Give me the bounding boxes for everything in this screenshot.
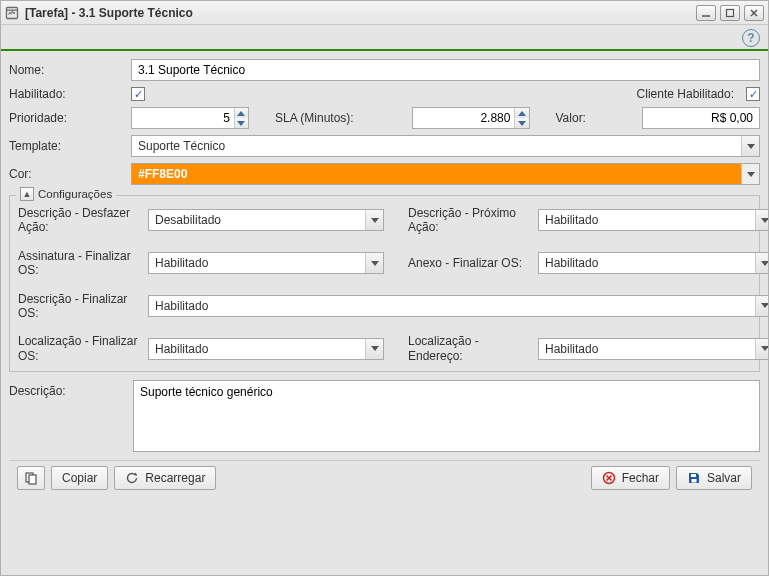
fieldset-legend: ▲ Configurações — [16, 187, 116, 201]
cor-value: #FF8E00 — [132, 165, 741, 183]
save-icon — [687, 471, 701, 485]
label-template: Template: — [9, 139, 125, 153]
label-valor: Valor: — [556, 111, 596, 125]
cor-combo[interactable]: #FF8E00 — [131, 163, 760, 185]
proximo-combo[interactable]: Habilitado — [538, 209, 768, 231]
chevron-down-icon[interactable] — [365, 210, 383, 230]
chevron-down-icon[interactable] — [365, 253, 383, 273]
valor-input[interactable] — [642, 107, 760, 129]
collapse-icon[interactable]: ▲ — [20, 187, 34, 201]
cliente-habilitado-checkbox[interactable] — [746, 87, 760, 101]
label-anexo: Anexo - Finalizar OS: — [408, 256, 538, 270]
label-prioridade: Prioridade: — [9, 111, 125, 125]
svg-rect-25 — [691, 474, 696, 477]
fechar-button[interactable]: Fechar — [591, 466, 670, 490]
template-combo-button[interactable] — [741, 136, 759, 156]
svg-marker-13 — [761, 218, 769, 223]
label-descricao: Descrição: — [9, 380, 125, 452]
prioridade-spin-down[interactable] — [235, 118, 248, 128]
window-frame: [Tarefa] - 3.1 Suporte Técnico ? Nome: — [0, 0, 769, 576]
reload-icon — [125, 471, 139, 485]
anexo-value: Habilitado — [539, 254, 755, 272]
label-nome: Nome: — [9, 63, 125, 77]
cor-combo-button[interactable] — [741, 164, 759, 184]
proximo-value: Habilitado — [539, 211, 755, 229]
assinatura-combo[interactable]: Habilitado — [148, 252, 384, 274]
desc-finalizar-value: Habilitado — [149, 297, 755, 315]
legend-text: Configurações — [38, 188, 112, 200]
template-combo[interactable]: Suporte Técnico — [131, 135, 760, 157]
svg-marker-18 — [761, 346, 769, 351]
row-prioridade: Prioridade: SLA (Minutos): — [9, 107, 760, 129]
label-loc-endereco: Localização - Endereço: — [408, 334, 538, 363]
recarregar-label: Recarregar — [145, 471, 205, 485]
chevron-down-icon[interactable] — [755, 339, 768, 359]
salvar-button[interactable]: Salvar — [676, 466, 752, 490]
window-title: [Tarefa] - 3.1 Suporte Técnico — [25, 6, 193, 20]
svg-marker-9 — [518, 121, 526, 126]
label-assinatura: Assinatura - Finalizar OS: — [18, 249, 148, 278]
fieldset-configuracoes: ▲ Configurações Descrição - Desfazer Açã… — [9, 195, 760, 372]
chevron-down-icon[interactable] — [755, 253, 768, 273]
sla-spin-down[interactable] — [515, 118, 528, 128]
row-cor: Cor: #FF8E00 — [9, 163, 760, 185]
toolbar: ? — [1, 25, 768, 51]
svg-marker-17 — [371, 346, 379, 351]
label-desc-finalizar: Descrição - Finalizar OS: — [18, 292, 148, 321]
label-loc-finalizar: Localização - Finalizar OS: — [18, 334, 148, 363]
sla-spin-up[interactable] — [515, 108, 528, 118]
svg-marker-11 — [747, 172, 755, 177]
label-cor: Cor: — [9, 167, 125, 181]
svg-marker-8 — [518, 111, 526, 116]
habilitado-checkbox[interactable] — [131, 87, 145, 101]
copy-icon — [24, 471, 38, 485]
prioridade-spin-up[interactable] — [235, 108, 248, 118]
label-sla: SLA (Minutos): — [275, 111, 365, 125]
anexo-combo[interactable]: Habilitado — [538, 252, 768, 274]
svg-rect-20 — [29, 475, 36, 484]
svg-marker-6 — [237, 111, 245, 116]
app-icon — [5, 6, 19, 20]
copiar-button[interactable]: Copiar — [51, 466, 108, 490]
help-glyph: ? — [747, 31, 754, 45]
footer-bar: Copiar Recarregar Fechar Salvar — [9, 460, 760, 494]
svg-marker-10 — [747, 144, 755, 149]
help-icon[interactable]: ? — [742, 29, 760, 47]
prioridade-spinner[interactable] — [131, 107, 249, 129]
desfazer-value: Desabilitado — [149, 211, 365, 229]
sla-input[interactable] — [413, 108, 515, 128]
desfazer-combo[interactable]: Desabilitado — [148, 209, 384, 231]
salvar-label: Salvar — [707, 471, 741, 485]
row-habilitado: Habilitado: Cliente Habilitado: — [9, 87, 760, 101]
template-value: Suporte Técnico — [132, 137, 741, 155]
label-habilitado: Habilitado: — [9, 87, 125, 101]
row-descricao: Descrição: — [9, 380, 760, 452]
minimize-button[interactable] — [696, 5, 716, 21]
label-proximo: Descrição - Próximo Ação: — [408, 206, 538, 235]
svg-marker-7 — [237, 121, 245, 126]
descricao-textarea[interactable] — [133, 380, 760, 452]
svg-marker-12 — [371, 218, 379, 223]
recarregar-button[interactable]: Recarregar — [114, 466, 216, 490]
close-icon — [602, 471, 616, 485]
desc-finalizar-combo[interactable]: Habilitado — [148, 295, 768, 317]
row-template: Template: Suporte Técnico — [9, 135, 760, 157]
loc-finalizar-combo[interactable]: Habilitado — [148, 338, 384, 360]
copy-icon-button[interactable] — [17, 466, 45, 490]
prioridade-input[interactable] — [132, 108, 234, 128]
svg-marker-14 — [371, 261, 379, 266]
sla-spinner[interactable] — [412, 107, 530, 129]
window-controls — [696, 5, 764, 21]
chevron-down-icon[interactable] — [755, 296, 768, 316]
close-button[interactable] — [744, 5, 764, 21]
loc-finalizar-value: Habilitado — [149, 340, 365, 358]
nome-input[interactable] — [131, 59, 760, 81]
chevron-down-icon[interactable] — [365, 339, 383, 359]
chevron-down-icon[interactable] — [755, 210, 768, 230]
svg-rect-26 — [691, 479, 696, 483]
maximize-button[interactable] — [720, 5, 740, 21]
label-cliente-habilitado: Cliente Habilitado: — [637, 87, 734, 101]
loc-endereco-combo[interactable]: Habilitado — [538, 338, 768, 360]
assinatura-value: Habilitado — [149, 254, 365, 272]
svg-rect-3 — [727, 9, 734, 16]
